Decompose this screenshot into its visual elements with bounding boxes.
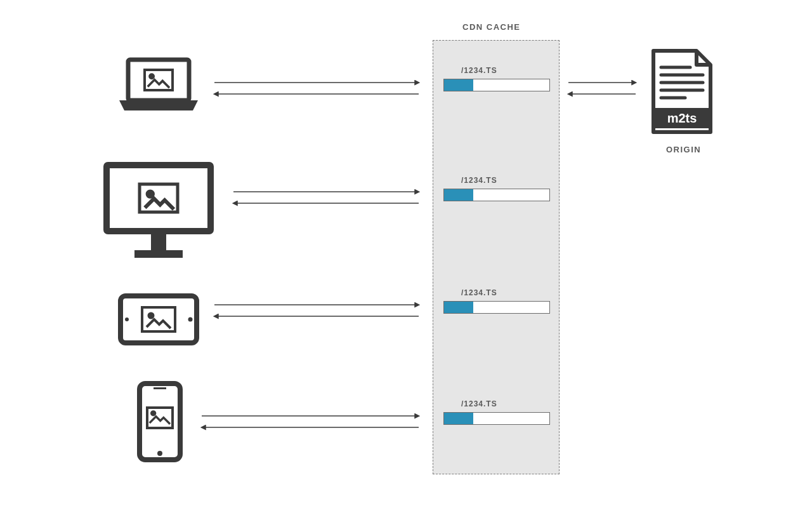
arrow-cache-to-origin: [565, 76, 641, 102]
svg-rect-7: [121, 296, 197, 343]
arrow-tablet-to-cache: [209, 298, 425, 324]
svg-rect-4: [151, 234, 166, 250]
cache-slot-label-1: /1234.TS: [461, 176, 497, 185]
cache-slot-label-3: /1234.TS: [461, 399, 497, 408]
arrow-laptop-to-cache: [209, 76, 425, 102]
cache-slot-fill-1: [444, 189, 473, 201]
tablet-icon: [118, 293, 199, 345]
cache-slot-fill-2: [444, 302, 473, 313]
diagram-canvas: CDN CACHE /1234.TS /1234.TS /1234.TS /12…: [0, 0, 812, 508]
arrow-monitor-to-cache: [228, 185, 425, 211]
cache-slot-bar-3: [443, 412, 550, 425]
svg-rect-3: [107, 165, 211, 231]
origin-file-icon: m2ts: [647, 47, 717, 136]
origin-file-ext: m2ts: [667, 111, 697, 125]
svg-rect-1: [128, 60, 189, 100]
svg-point-9: [188, 318, 193, 322]
cache-slot-label-2: /1234.TS: [461, 288, 497, 297]
origin-label: ORIGIN: [666, 145, 701, 154]
cache-slot-fill-3: [444, 413, 473, 424]
svg-rect-12: [154, 387, 166, 389]
cache-slot-bar-0: [443, 79, 550, 91]
svg-rect-5: [134, 250, 183, 258]
svg-point-13: [157, 451, 162, 456]
laptop-icon: [114, 56, 203, 116]
svg-rect-14: [147, 408, 173, 428]
phone-icon: [136, 381, 184, 462]
arrow-phone-to-cache: [197, 410, 425, 435]
svg-point-8: [125, 318, 129, 321]
cache-slot-bar-2: [443, 301, 550, 314]
cdn-cache-box: /1234.TS /1234.TS /1234.TS /1234.TS: [433, 40, 560, 474]
desktop-monitor-icon: [102, 160, 216, 262]
cache-slot-label-0: /1234.TS: [461, 66, 497, 75]
cache-slot-bar-1: [443, 189, 550, 201]
cache-slot-fill-0: [444, 79, 473, 91]
cdn-cache-title: CDN CACHE: [462, 22, 521, 32]
